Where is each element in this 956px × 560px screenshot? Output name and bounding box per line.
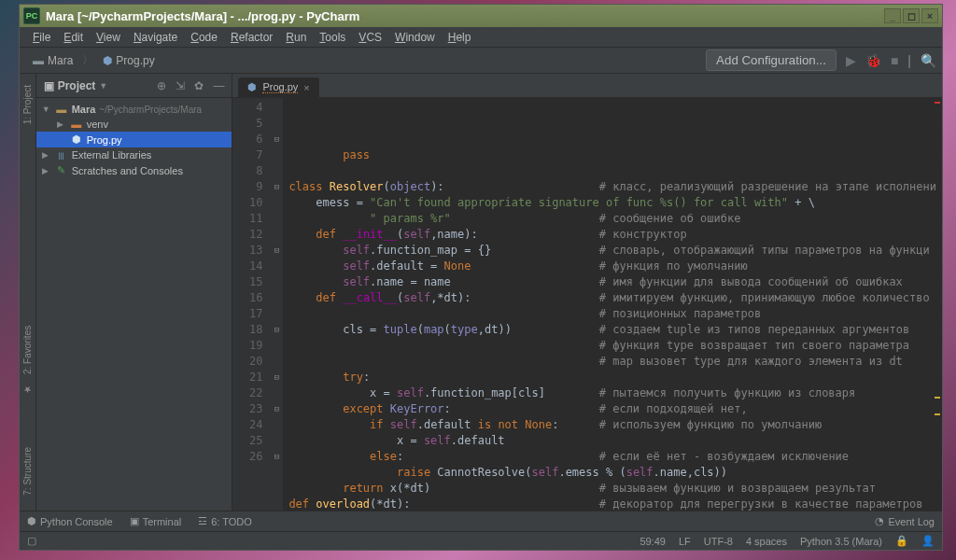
breadcrumb-file[interactable]: ⬢ Prog.py (95, 52, 162, 69)
editor-body[interactable]: 4567891011121314151617181920212223242526… (232, 98, 942, 511)
expand-icon[interactable]: ▶ (42, 166, 51, 175)
gutter-favorites[interactable]: ★ 2: Favorites (21, 311, 35, 402)
code-line[interactable]: # функция type возвращает тип своего пар… (288, 338, 936, 354)
cursor-position[interactable]: 59:49 (640, 536, 666, 547)
warning-marker[interactable] (935, 397, 940, 399)
code-line[interactable]: class Resolver(object): # класс, реализу… (288, 179, 936, 195)
status-left-icon[interactable]: ▢ (27, 535, 36, 547)
close-button[interactable]: × (921, 8, 938, 23)
tree-venv[interactable]: ▶ ▬ venv (36, 117, 232, 132)
search-icon[interactable]: 🔍 (921, 53, 936, 68)
library-icon: ⫼ (55, 149, 68, 161)
code-line[interactable]: x = self.default (288, 433, 936, 449)
menu-navigate[interactable]: Navigate (128, 29, 183, 46)
hide-icon[interactable]: — (213, 79, 224, 92)
code-line[interactable]: x = self.function_map[cls] # пытаемся по… (288, 385, 936, 401)
menu-file[interactable]: File (27, 29, 56, 46)
debug-icon[interactable]: 🐞 (865, 53, 881, 68)
tree-scratches[interactable]: ▶ ✎ Scratches and Consoles (36, 162, 232, 178)
menu-window[interactable]: Window (389, 29, 441, 46)
inspector-icon[interactable]: 👤 (921, 535, 935, 547)
event-log-button[interactable]: ◔ Event Log (875, 515, 935, 527)
code-content[interactable]: passclass Resolver(object): # класс, реа… (283, 98, 942, 511)
project-panel: ▣ Project ▼ ⊕ ⇲ ✿ — ▼ ▬ Mara ~/PycharmPr… (36, 74, 233, 511)
collapse-icon[interactable]: ⇲ (176, 79, 185, 92)
python-console-button[interactable]: ⬢ Python Console (27, 515, 113, 527)
scratches-icon: ✎ (55, 164, 68, 176)
code-line[interactable]: raise CannotResolve(self.emess % (self.n… (288, 465, 936, 481)
python-icon: ⬢ (247, 81, 257, 93)
code-line[interactable]: emess = "Can't found appropriate signatu… (288, 195, 936, 211)
python-icon: ⬢ (70, 133, 83, 146)
error-stripe[interactable] (933, 98, 942, 511)
code-line[interactable]: " params %r" # сообщение об ошибке (288, 211, 936, 227)
code-line[interactable]: # позиционных параметров (288, 306, 936, 322)
menu-code[interactable]: Code (185, 29, 223, 46)
left-gutter: 1: Project ★ 2: Favorites 7: Structure (20, 74, 36, 511)
expand-icon[interactable]: ▼ (42, 105, 51, 114)
window-buttons: _ ◻ × (884, 8, 938, 23)
code-line[interactable]: self.default = None # функция по умолчан… (288, 259, 936, 274)
close-tab-icon[interactable]: × (303, 82, 309, 93)
code-line[interactable]: try: (288, 370, 936, 385)
run-icon[interactable]: ▶ (846, 53, 856, 68)
menu-view[interactable]: View (91, 29, 126, 46)
project-icon: ▣ (44, 79, 54, 92)
settings-icon[interactable]: ✿ (194, 79, 204, 92)
stop-icon[interactable]: ■ (891, 53, 898, 68)
code-line[interactable]: if self.default is not None: # используе… (288, 417, 936, 433)
lock-icon[interactable]: 🔒 (895, 535, 908, 547)
python-icon: ⬢ (103, 54, 112, 67)
code-line[interactable]: return x(*dt) # вызываем функцию и возвр… (288, 481, 936, 497)
editor-area: ⬢ Prog.py × 4567891011121314151617181920… (232, 74, 942, 511)
expand-icon[interactable]: ▶ (42, 150, 51, 160)
navbar: ▬ Mara 〉 ⬢ Prog.py Add Configuration... … (20, 48, 942, 74)
tab-progpy[interactable]: ⬢ Prog.py × (238, 77, 318, 97)
code-line[interactable]: def overload(*dt): # декоратор для перег… (288, 497, 936, 511)
todo-button[interactable]: ☲ 6: TODO (198, 515, 252, 527)
line-numbers: 4567891011121314151617181920212223242526 (232, 98, 270, 511)
code-line[interactable]: self.function_map = {} # словарь, отобра… (288, 243, 936, 259)
panel-title[interactable]: ▣ Project ▼ (44, 79, 108, 92)
titlebar[interactable]: PC Mara [~/PycharmProjects/Mara] - .../p… (20, 5, 942, 27)
code-line[interactable]: else: # если её нет - возбуждаем исключе… (288, 449, 936, 465)
menu-help[interactable]: Help (443, 29, 477, 46)
breadcrumb-file-label: Prog.py (116, 54, 154, 67)
terminal-button[interactable]: ▣ Terminal (130, 515, 182, 527)
menu-refactor[interactable]: Refactor (225, 29, 278, 46)
menu-vcs[interactable]: VCS (353, 29, 387, 46)
panel-header: ▣ Project ▼ ⊕ ⇲ ✿ — (36, 74, 232, 98)
warning-marker[interactable] (935, 413, 940, 415)
code-line[interactable]: def __call__(self,*dt): # имитируем функ… (288, 290, 936, 306)
add-configuration-button[interactable]: Add Configuration... (706, 49, 836, 71)
bottom-toolbar: ⬢ Python Console ▣ Terminal ☲ 6: TODO ◔ … (20, 511, 942, 531)
code-line[interactable]: # map вызовет type для каждого элемента … (288, 354, 936, 370)
tree-root[interactable]: ▼ ▬ Mara ~/PycharmProjects/Mara (36, 102, 232, 117)
code-line[interactable]: pass (288, 147, 936, 163)
code-line[interactable] (288, 163, 936, 179)
terminal-icon: ▣ (130, 515, 139, 527)
code-line[interactable]: except KeyError: # если подходящей нет, (288, 401, 936, 417)
status-bar: ▢ 59:49 LF UTF-8 4 spaces Python 3.5 (Ma… (20, 531, 942, 550)
maximize-button[interactable]: ◻ (903, 8, 920, 23)
error-marker[interactable] (935, 102, 940, 104)
minimize-button[interactable]: _ (884, 8, 901, 23)
tree-ext-lib[interactable]: ▶ ⫼ External Libraries (36, 147, 232, 162)
divider: | (907, 53, 911, 68)
tree-file-selected[interactable]: ⬢ Prog.py (36, 132, 232, 147)
interpreter[interactable]: Python 3.5 (Mara) (800, 536, 882, 547)
gutter-project[interactable]: 1: Project (21, 77, 35, 132)
menu-edit[interactable]: Edit (58, 29, 89, 46)
code-line[interactable]: self.name = name # имя функции для вывод… (288, 274, 936, 290)
menu-tools[interactable]: Tools (314, 29, 351, 46)
menu-run[interactable]: Run (280, 29, 312, 46)
line-separator[interactable]: LF (679, 536, 691, 547)
gutter-structure[interactable]: 7: Structure (21, 440, 35, 503)
encoding[interactable]: UTF-8 (704, 536, 733, 547)
code-line[interactable]: cls = tuple(map(type,dt)) # создаем tupl… (288, 322, 936, 338)
expand-icon[interactable]: ▶ (57, 119, 66, 129)
indent[interactable]: 4 spaces (746, 536, 787, 547)
breadcrumb-root[interactable]: ▬ Mara (25, 52, 80, 69)
locate-icon[interactable]: ⊕ (157, 79, 166, 92)
code-line[interactable]: def __init__(self,name): # конструктор (288, 227, 936, 243)
